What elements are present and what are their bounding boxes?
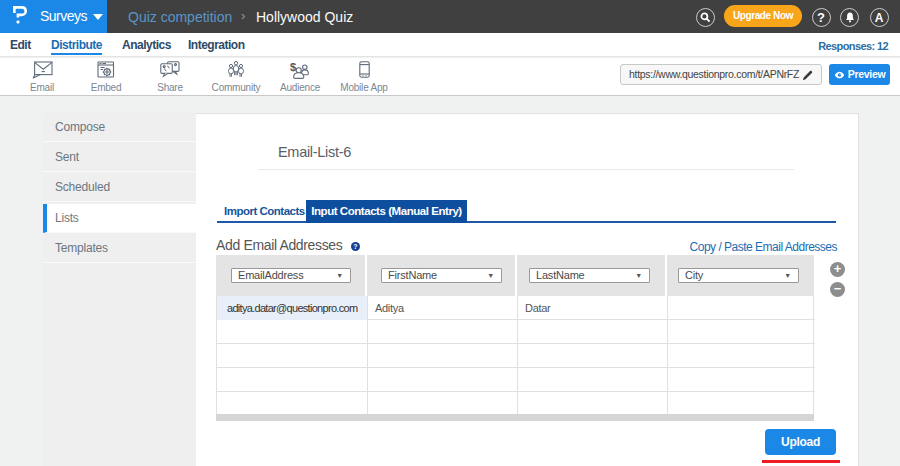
- svg-text:$: $: [290, 61, 296, 73]
